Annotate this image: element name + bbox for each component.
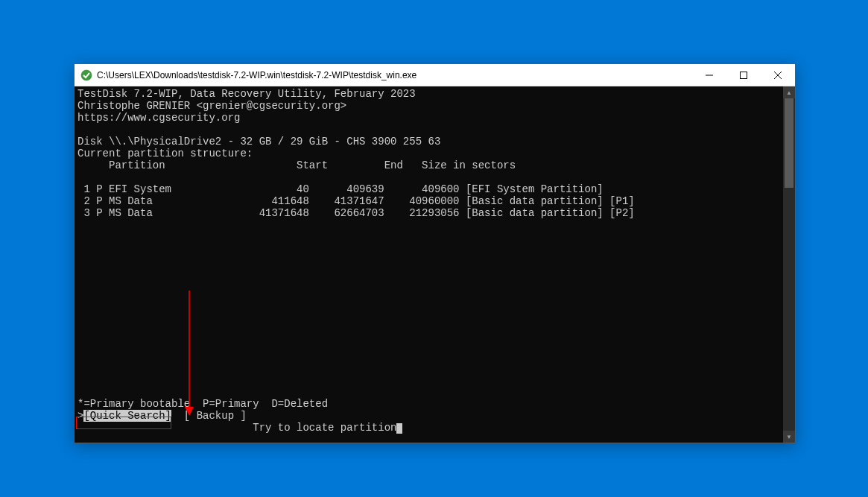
app-icon (80, 69, 92, 81)
scroll-thumb[interactable] (785, 98, 793, 188)
svg-rect-2 (741, 72, 747, 78)
legend-text: *=Primary bootable P=Primary D=Deleted (77, 398, 328, 410)
scroll-down-icon[interactable]: ▼ (783, 431, 795, 443)
title-bar[interactable]: C:\Users\LEX\Downloads\testdisk-7.2-WIP.… (75, 64, 795, 86)
minimize-button[interactable] (692, 64, 726, 86)
menu-quick-search[interactable]: [Quick Search] (83, 410, 171, 422)
svg-point-0 (81, 70, 92, 80)
close-button[interactable] (761, 64, 795, 86)
scroll-up-icon[interactable]: ▲ (783, 86, 795, 98)
scrollbar[interactable]: ▲ ▼ (783, 86, 795, 443)
app-window: C:\Users\LEX\Downloads\testdisk-7.2-WIP.… (74, 63, 796, 443)
menu-line: >[Quick Search] [ Backup ] (77, 410, 247, 422)
cursor (396, 423, 402, 434)
window-title: C:\Users\LEX\Downloads\testdisk-7.2-WIP.… (97, 70, 692, 80)
terminal-area: TestDisk 7.2-WIP, Data Recovery Utility,… (75, 86, 795, 443)
menu-backup[interactable]: [ Backup ] (184, 410, 247, 422)
terminal-output[interactable]: TestDisk 7.2-WIP, Data Recovery Utility,… (75, 86, 783, 443)
maximize-button[interactable] (726, 64, 761, 86)
hint-text: Try to locate partition (77, 422, 396, 434)
window-controls (692, 64, 795, 86)
